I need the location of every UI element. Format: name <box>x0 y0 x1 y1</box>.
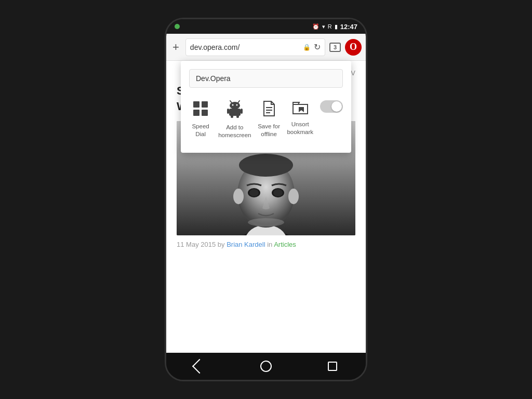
article-author-link[interactable]: Brian Kardell <box>227 241 265 248</box>
svg-rect-3 <box>202 110 208 116</box>
svg-point-22 <box>239 154 293 177</box>
clock: 12:47 <box>340 23 357 31</box>
bookmark-label: Unsort bookmark <box>287 121 314 136</box>
browser-toolbar: + dev.opera.com/ 🔒 ↻ 3 O <box>166 34 366 61</box>
signal-icon: R <box>328 23 332 30</box>
article-category-link[interactable]: Articles <box>274 241 296 248</box>
svg-rect-13 <box>236 115 239 118</box>
menu-item-speed-dial[interactable]: Speed Dial <box>185 96 216 142</box>
status-bar: ⏰ ▾ R ▮ 12:47 <box>166 19 366 34</box>
bookmark-folder-icon <box>292 100 309 117</box>
svg-point-8 <box>236 104 237 106</box>
svg-point-7 <box>232 104 233 106</box>
url-text: dev.opera.com/ <box>190 43 300 51</box>
wifi-icon: ▾ <box>322 23 325 30</box>
svg-point-28 <box>273 189 283 196</box>
svg-rect-1 <box>202 101 208 108</box>
toggle-thumb <box>331 101 342 112</box>
svg-point-26 <box>249 189 259 196</box>
svg-rect-0 <box>193 101 200 108</box>
speed-dial-icon <box>192 100 209 119</box>
android-icon <box>227 100 243 121</box>
svg-rect-9 <box>229 109 241 116</box>
home-icon <box>260 361 272 372</box>
speed-dial-label: Speed Dial <box>187 123 214 138</box>
new-tab-button[interactable]: + <box>170 38 181 56</box>
tab-count-badge[interactable]: 3 <box>329 43 341 52</box>
article-meta: 11 May 2015 by Brian Kardell in Articles <box>177 241 355 248</box>
alarm-icon: ⏰ <box>312 23 320 30</box>
svg-rect-11 <box>241 109 243 114</box>
url-bar[interactable]: dev.opera.com/ 🔒 ↻ <box>185 38 325 56</box>
svg-rect-10 <box>227 109 229 114</box>
toggle-switch[interactable] <box>320 100 343 113</box>
home-button[interactable] <box>257 357 275 376</box>
svg-rect-12 <box>231 115 233 118</box>
svg-point-29 <box>248 218 284 227</box>
menu-item-save-offline[interactable]: Save for offline <box>253 96 284 142</box>
article-in: in <box>265 241 274 248</box>
back-icon <box>192 359 207 374</box>
homescreen-label: Add to homescreen <box>218 124 251 139</box>
phone-frame: ⏰ ▾ R ▮ 12:47 + dev.opera.com/ 🔒 ↻ 3 O <box>165 18 367 381</box>
svg-point-6 <box>230 102 240 109</box>
page-search-input[interactable] <box>189 69 343 88</box>
svg-point-24 <box>288 189 299 204</box>
lock-icon: 🔒 <box>303 44 311 51</box>
status-right: ⏰ ▾ R ▮ 12:47 <box>312 23 357 31</box>
svg-rect-2 <box>193 110 200 116</box>
article-date: 11 May 2015 by <box>177 241 227 248</box>
save-offline-icon <box>262 100 276 119</box>
svg-point-23 <box>233 189 244 204</box>
menu-item-homescreen[interactable]: Add to homescreen <box>216 96 253 142</box>
opera-menu-button[interactable]: O <box>345 39 362 56</box>
menu-item-bookmark[interactable]: Unsort bookmark <box>285 96 316 142</box>
browser-menu-dropdown: Speed Dial <box>181 61 351 153</box>
recents-button[interactable] <box>323 357 342 376</box>
search-row <box>181 67 351 94</box>
save-offline-label: Save for offline <box>255 123 282 138</box>
menu-icons-row: Speed Dial <box>181 94 351 144</box>
battery-icon: ▮ <box>335 23 338 30</box>
refresh-icon[interactable]: ↻ <box>314 42 321 52</box>
back-button[interactable] <box>190 357 209 376</box>
notification-dot <box>175 24 180 29</box>
status-left <box>175 24 180 29</box>
menu-item-toggle[interactable] <box>316 96 347 142</box>
recents-icon <box>328 362 337 371</box>
opera-logo: O <box>350 42 357 52</box>
nav-bar <box>166 353 366 380</box>
